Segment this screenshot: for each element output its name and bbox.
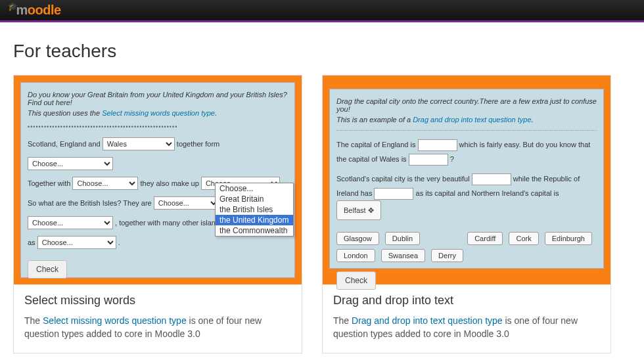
card1-desc: The Select missing words question type i… bbox=[24, 314, 291, 341]
card1-line1-pre: Scotland, England and bbox=[28, 140, 103, 148]
page-title: For teachers bbox=[13, 41, 631, 62]
card1-body: Select missing words The Select missing … bbox=[14, 284, 302, 353]
card1-desc-link[interactable]: Select missing words question type bbox=[43, 315, 187, 326]
moodle-logo[interactable]: 🎓moodle bbox=[7, 3, 61, 18]
card2-drag-glasgow[interactable]: Glasgow bbox=[336, 232, 379, 245]
card1-select-5[interactable]: Choose... bbox=[154, 196, 219, 210]
move-cursor-icon: ✥ bbox=[368, 206, 374, 214]
card2-intro2-post: . bbox=[532, 116, 534, 124]
card2-title: Drag and drop into text bbox=[333, 294, 600, 307]
card2-check-button[interactable]: Check bbox=[336, 271, 376, 290]
card2-intro-1: Drag the capital city onto the correct c… bbox=[336, 97, 597, 113]
card2-paragraph-1: The capital of England is which is fairl… bbox=[336, 137, 597, 166]
card2-p2c: as its capital and Northern Ireland's ca… bbox=[413, 189, 559, 197]
card2-dropzone-2[interactable] bbox=[409, 154, 448, 166]
card1-open-dropdown[interactable]: Choose... Great Britain the British Isle… bbox=[215, 183, 294, 237]
card2-dropzone-3[interactable] bbox=[472, 173, 511, 185]
card2-drag-derry[interactable]: Derry bbox=[431, 249, 463, 262]
card1-line4-pre: So what are the British Isles? They are bbox=[28, 199, 154, 207]
card1-desc-pre: The bbox=[24, 315, 43, 326]
card1-line6-post: . bbox=[118, 238, 120, 246]
card1-check-button[interactable]: Check bbox=[28, 260, 67, 279]
card1-thumb-border: Do you know your Great Britain from your… bbox=[14, 76, 302, 284]
card1-opt-3-selected[interactable]: the United Kingdom bbox=[216, 215, 293, 225]
card1-select-7[interactable]: Choose... bbox=[37, 236, 116, 249]
card2-drag-cardiff[interactable]: Cardiff bbox=[467, 232, 503, 245]
card2-drag-london[interactable]: London bbox=[336, 249, 375, 262]
card2-p1c: ? bbox=[448, 155, 454, 163]
card1-intro-2: This question uses the Select missing wo… bbox=[28, 109, 288, 117]
card2-drag-row-1: Glasgow Dublin Cardiff Cork Edinburgh bbox=[336, 232, 597, 249]
main-content: For teachers Do you know your Great Brit… bbox=[0, 22, 644, 362]
card2-drag-dublin[interactable]: Dublin bbox=[385, 232, 420, 245]
card-select-missing-words: Do you know your Great Britain from your… bbox=[13, 75, 302, 353]
card2-desc: The Drag and drop into text question typ… bbox=[333, 314, 600, 341]
card2-body: Drag and drop into text The Drag and dro… bbox=[323, 284, 610, 353]
card2-p2a: Scotland's capital city is the very beau… bbox=[336, 175, 472, 183]
card1-question-preview: Do you know your Great Britain from your… bbox=[20, 82, 295, 278]
card1-line6-pre: as bbox=[28, 238, 37, 246]
card1-opt-1[interactable]: Great Britain bbox=[216, 194, 293, 204]
logo-m: m bbox=[16, 3, 28, 17]
card2-p1a: The capital of England is bbox=[336, 141, 418, 148]
card-drag-drop-text: Drag the capital city onto the correct c… bbox=[322, 75, 611, 353]
card1-opt-2[interactable]: the British Isles bbox=[216, 204, 293, 215]
card2-paragraph-2: Scotland's capital city is the very beau… bbox=[336, 171, 597, 224]
card1-line6: as Choose... . bbox=[28, 235, 288, 250]
card2-thumb-border: Drag the capital city onto the correct c… bbox=[323, 76, 610, 284]
card1-opt-4[interactable]: the Commonwealth bbox=[216, 225, 293, 236]
card1-intro-1: Do you know your Great Britain from your… bbox=[28, 91, 288, 106]
card1-line2: Choose... bbox=[28, 156, 288, 171]
card2-placed-label: Belfast bbox=[344, 206, 366, 214]
card2-dropzone-4[interactable] bbox=[374, 188, 413, 200]
card2-intro2-pre: This is an example of a bbox=[336, 116, 413, 124]
card1-line3-pre: Together with bbox=[28, 179, 72, 187]
card1-select-3[interactable]: Choose... bbox=[72, 177, 138, 190]
card2-intro-2: This is an example of a Drag and drop in… bbox=[336, 116, 597, 124]
card1-select-6[interactable]: Choose... bbox=[28, 216, 113, 229]
card1-select-2[interactable]: Choose... bbox=[28, 157, 113, 170]
logo-hat-icon: 🎓 bbox=[8, 2, 18, 11]
card2-divider bbox=[336, 130, 597, 131]
card1-intro2-link[interactable]: Select missing words question type bbox=[102, 109, 215, 117]
card1-line5-post: , together with many other islands, bbox=[115, 219, 225, 227]
card2-dropzone-1[interactable] bbox=[418, 139, 457, 151]
card2-placed-belfast[interactable]: Belfast ✥ bbox=[336, 200, 381, 220]
card2-drag-edinburgh[interactable]: Edinburgh bbox=[545, 232, 592, 245]
card-row: Do you know your Great Britain from your… bbox=[13, 75, 631, 353]
card2-desc-link[interactable]: Drag and drop into text question type bbox=[352, 315, 503, 326]
card1-intro2-post: . bbox=[215, 109, 217, 117]
card1-line1: Scotland, England and Wales together for… bbox=[28, 137, 288, 151]
card1-select-1[interactable]: Wales bbox=[103, 137, 175, 150]
card1-line1-post: together form bbox=[177, 140, 219, 148]
card1-intro2-pre: This question uses the bbox=[28, 109, 102, 117]
card1-opt-0[interactable]: Choose... bbox=[216, 183, 293, 194]
card2-drag-cork[interactable]: Cork bbox=[509, 232, 538, 245]
card1-divider: ••••••••••••••••••••••••••••••••••••••••… bbox=[28, 124, 288, 130]
card1-title: Select missing words bbox=[24, 294, 291, 307]
card2-drag-row-2: London Swansea Derry bbox=[336, 249, 597, 266]
card2-desc-pre: The bbox=[333, 315, 352, 326]
card2-question-preview: Drag the capital city onto the correct c… bbox=[329, 89, 604, 269]
card1-line3-mid: they also make up bbox=[141, 179, 201, 187]
card2-intro2-link[interactable]: Drag and drop into text question type bbox=[413, 116, 531, 124]
top-navbar: 🎓moodle bbox=[0, 0, 644, 22]
card2-drag-swansea[interactable]: Swansea bbox=[381, 249, 425, 262]
logo-oodle: oodle bbox=[28, 3, 61, 17]
